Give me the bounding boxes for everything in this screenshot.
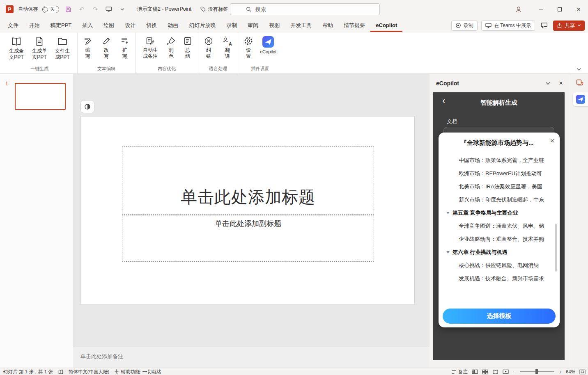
label-status-button[interactable]: 没有标签 — [200, 6, 228, 13]
tab-review[interactable]: 审阅 — [242, 18, 264, 32]
shrink-text-button[interactable]: 缩写 — [83, 35, 93, 60]
tab-storyboard[interactable]: 情节提要 — [338, 18, 370, 32]
notes-input[interactable]: 单击此处添加备注 — [73, 347, 430, 368]
tab-help[interactable]: 帮助 — [317, 18, 338, 32]
translate-button[interactable]: 文A 翻译 — [222, 35, 233, 60]
taskpane-header: eCopilot × — [430, 74, 571, 92]
group-language: 纠错 文A 翻译 语言处理 — [198, 32, 238, 73]
settings-button[interactable]: 设置 — [243, 35, 254, 60]
tab-slideshow[interactable]: 幻灯片放映 — [184, 18, 221, 32]
slide-canvas[interactable]: 单击此处添加标题 单击此处添加副标题 — [80, 116, 415, 304]
tab-animations[interactable]: 动画 — [162, 18, 184, 32]
comment-icon — [541, 22, 548, 29]
design-tools-button[interactable] — [80, 100, 94, 113]
collapse-triangle-icon[interactable] — [446, 251, 450, 254]
reading-view-button[interactable] — [492, 369, 498, 375]
ecopilot-button[interactable]: eCopilot — [260, 35, 277, 56]
redo-button[interactable]: ↷ — [91, 5, 100, 14]
outline-chapter[interactable]: 第六章 行业挑战与机遇 — [439, 246, 556, 259]
account-button[interactable] — [513, 4, 524, 15]
taskpane-collapse-button[interactable] — [544, 79, 552, 87]
slideshow-view-button[interactable] — [503, 369, 509, 375]
design-icon — [84, 103, 91, 110]
slide-thumbnail[interactable] — [15, 83, 66, 110]
fit-to-window-button[interactable] — [579, 369, 586, 375]
zoom-level[interactable]: 64% — [566, 369, 575, 374]
tab-file[interactable]: 文件 — [2, 18, 24, 32]
taskpane-close-button[interactable]: × — [557, 79, 565, 87]
maximize-button[interactable] — [550, 0, 569, 18]
proofread-button[interactable]: 纠错 — [203, 35, 214, 60]
ecopilot-sidebar-tab[interactable] — [573, 92, 588, 106]
close-button[interactable]: × — [569, 0, 588, 18]
group-addin-settings: 设置 eCopilot 插件设置 — [238, 32, 282, 73]
zoom-in-button[interactable]: + — [558, 369, 562, 375]
zoom-slider[interactable] — [520, 371, 554, 372]
expand-text-button[interactable]: 扩写 — [119, 35, 130, 60]
monitor-icon — [105, 6, 113, 13]
tab-insert[interactable]: 插入 — [77, 18, 98, 32]
group-label: 内容优化 — [158, 64, 176, 73]
slideshow-icon — [503, 369, 509, 375]
proofing-button[interactable] — [58, 369, 64, 375]
document-label: 文档 — [447, 118, 457, 125]
notes-toggle-button[interactable]: 备注 — [451, 369, 468, 375]
normal-view-icon — [472, 369, 478, 375]
tab-design[interactable]: 设计 — [119, 18, 141, 32]
tab-draw[interactable]: 绘图 — [98, 18, 119, 32]
normal-view-button[interactable] — [472, 369, 478, 375]
polish-button[interactable]: 润色 — [166, 35, 177, 60]
share-button[interactable]: 共享 — [553, 21, 585, 31]
tab-gaoding-ppt[interactable]: 稿定PPT — [45, 18, 77, 32]
auto-notes-button[interactable]: 自动生成备注 — [140, 35, 160, 60]
outline-card-close-button[interactable]: × — [550, 137, 554, 145]
file-to-ppt-button[interactable]: 文件生成PPT — [53, 35, 72, 61]
present-in-teams-button[interactable]: 在 Teams 中展示 — [481, 21, 535, 31]
minimize-button[interactable] — [531, 0, 550, 18]
comments-button[interactable] — [539, 21, 549, 31]
autosave-toggle[interactable]: 关 — [42, 6, 59, 13]
tab-transitions[interactable]: 切换 — [141, 18, 162, 32]
undo-button[interactable]: ↶ — [77, 5, 86, 14]
tab-record[interactable]: 录制 — [221, 18, 242, 32]
rewrite-text-button[interactable]: 改写 — [101, 35, 112, 60]
search-input[interactable]: 搜索 — [230, 3, 380, 15]
card-scrollbar[interactable] — [555, 224, 557, 272]
tab-developer[interactable]: 开发工具 — [285, 18, 317, 32]
person-icon — [514, 5, 523, 14]
addin-sidebar — [571, 74, 588, 368]
record-button[interactable]: 录制 — [451, 21, 478, 31]
tag-label: 没有标签 — [208, 6, 228, 13]
save-button[interactable] — [64, 5, 73, 14]
collapse-triangle-icon[interactable] — [446, 212, 450, 214]
accessibility-status[interactable]: 辅助功能: 一切就绪 — [114, 369, 161, 375]
outline-item: 企业战略动向：垂直整合、技术并购 — [439, 233, 556, 246]
slide-info[interactable]: 幻灯片 第 1 张，共 1 张 — [3, 369, 53, 375]
title-placeholder[interactable]: 单击此处添加标题 — [122, 146, 374, 215]
ecopilot-icon — [262, 36, 274, 48]
addin-panel-button[interactable] — [576, 79, 584, 87]
start-presentation-button[interactable] — [104, 5, 113, 14]
language-status[interactable]: 简体中文(中国大陆) — [69, 369, 110, 375]
chevron-down-icon — [546, 82, 550, 85]
ribbon-tabs: 文件 开始 稿定PPT 插入 绘图 设计 切换 动画 幻灯片放映 录制 审阅 视… — [0, 18, 588, 32]
tab-view[interactable]: 视图 — [264, 18, 285, 32]
proofing-book-icon — [58, 369, 64, 375]
zoom-out-button[interactable]: − — [513, 369, 516, 375]
summarize-button[interactable]: 总结 — [182, 35, 193, 60]
select-template-button[interactable]: 选择模板 — [443, 309, 556, 324]
taskpane-body: ‹ 智能解析生成 文档 『全球新能源市场趋势与... × 中国市场：政策体系完善… — [433, 92, 565, 360]
slide-sorter-button[interactable] — [482, 369, 488, 375]
autosave-state: 关 — [50, 6, 55, 12]
customize-toolbar-chevron-icon[interactable] — [118, 5, 127, 14]
collapse-ribbon-button[interactable] — [577, 68, 581, 71]
subtitle-placeholder[interactable]: 单击此处添加副标题 — [122, 215, 374, 262]
zoom-slider-knob[interactable] — [535, 369, 538, 374]
outline-chapter[interactable]: 第五章 竞争格局与主要企业 — [439, 206, 556, 220]
accessibility-icon — [114, 369, 119, 375]
generate-full-ppt-button[interactable]: 生成全文PPT — [7, 35, 26, 61]
tab-home[interactable]: 开始 — [24, 18, 45, 32]
generate-single-page-button[interactable]: 生成单页PPT — [30, 35, 49, 61]
tab-ecopilot[interactable]: eCopilot — [370, 18, 402, 32]
shrink-pen-icon — [83, 36, 93, 46]
